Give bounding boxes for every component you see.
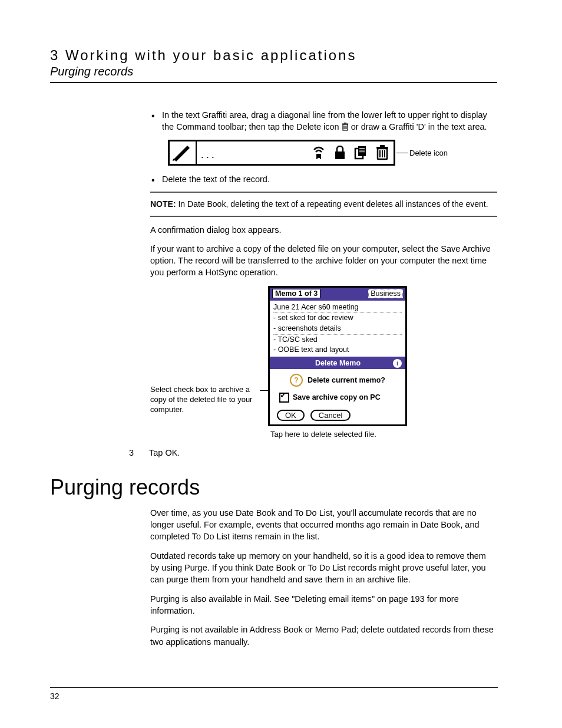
note-text: In Date Book, deleting the text of a rep… xyxy=(178,199,488,209)
body-content: In the text Graffiti area, drag a diagon… xyxy=(150,110,497,457)
svg-rect-4 xyxy=(342,123,348,124)
bullet-delete-text: Delete the text of the record. xyxy=(150,174,497,186)
svg-rect-12 xyxy=(359,150,365,150)
cancel-button[interactable]: Cancel xyxy=(310,410,351,421)
pen-icon xyxy=(170,141,197,164)
confirm-paragraph: A confirmation dialog box appears. xyxy=(150,224,497,236)
question-icon: ? xyxy=(290,374,303,387)
svg-rect-8 xyxy=(335,151,345,159)
purge-para-1: Over time, as you use Date Book and To D… xyxy=(150,507,497,543)
svg-rect-13 xyxy=(359,151,365,152)
purge-para-2: Outdated records take up memory on your … xyxy=(150,550,497,586)
page: 3 Working with your basic applications P… xyxy=(0,0,562,728)
page-number: 32 xyxy=(50,687,498,701)
note-rule-top xyxy=(150,192,497,193)
ok-callout: Tap here to delete selected file. xyxy=(270,430,497,439)
purging-body: Over time, as you use Date Book and To D… xyxy=(150,507,497,648)
section-heading: Purging records xyxy=(50,475,497,500)
step-text: Tap OK. xyxy=(149,448,180,457)
trash-icon xyxy=(375,145,390,160)
trash-icon xyxy=(342,123,349,134)
command-toolbar: • • • xyxy=(168,140,395,166)
memo-body: June 21 Acer s60 meeting - set sked for … xyxy=(270,299,405,357)
note-block: NOTE: In Date Book, deleting the text of… xyxy=(150,197,497,211)
checkbox-callout: Select check box to archive a copy of th… xyxy=(150,286,260,415)
memo-figure: Select check box to archive a copy of th… xyxy=(150,286,497,426)
step-number: 3 xyxy=(129,448,136,457)
delete-icon-callout: Delete icon xyxy=(409,149,448,157)
dialog-title-bar: Delete Memo i xyxy=(270,357,405,369)
ok-button[interactable]: OK xyxy=(277,410,305,421)
bullet-graffiti-delete: In the text Graffiti area, drag a diagon… xyxy=(150,110,497,134)
memo-line: June 21 Acer s60 meeting xyxy=(273,302,402,314)
section-subtitle: Purging records xyxy=(50,65,497,78)
memo-line: - OOBE text and layout xyxy=(273,345,402,355)
svg-rect-7 xyxy=(318,158,320,159)
purge-para-3: Purging is also available in Mail. See "… xyxy=(150,593,497,617)
note-label: NOTE: xyxy=(150,199,176,209)
header-rule xyxy=(50,82,497,83)
step-row: 3 Tap OK. xyxy=(129,448,497,457)
toolbar-ellipsis: • • • xyxy=(197,146,311,160)
dialog-body: ? Delete current memo? Save archive copy… xyxy=(270,369,405,424)
dialog-question: Delete current memo? xyxy=(308,376,385,384)
note-rule-bottom xyxy=(150,216,497,217)
svg-rect-11 xyxy=(359,148,365,149)
lock-icon xyxy=(332,145,348,160)
svg-rect-18 xyxy=(376,147,388,149)
callout-leader xyxy=(396,153,408,153)
callout-leader xyxy=(260,390,268,391)
checkbox-label: Save archive copy on PC xyxy=(293,393,381,401)
svg-rect-19 xyxy=(380,145,385,147)
memo-title: Memo 1 of 3 xyxy=(272,289,320,298)
dialog-title: Delete Memo xyxy=(315,359,361,367)
beam-icon xyxy=(311,145,326,160)
purge-para-4: Purging is not available in Address Book… xyxy=(150,624,497,648)
command-toolbar-figure: • • • Delete icon xyxy=(168,140,497,166)
memo-line: - TC/SC sked xyxy=(273,335,402,345)
palm-screen: Memo 1 of 3 Business June 21 Acer s60 me… xyxy=(268,286,407,426)
svg-rect-10 xyxy=(358,146,366,156)
info-icon[interactable]: i xyxy=(393,359,402,368)
save-archive-checkbox[interactable] xyxy=(279,393,289,403)
svg-rect-5 xyxy=(344,123,346,124)
chapter-title: 3 Working with your basic applications xyxy=(50,47,497,64)
memo-line: - screenshots details xyxy=(273,324,402,335)
memo-category[interactable]: Business xyxy=(368,289,403,298)
memo-line: - set sked for doc review xyxy=(273,313,402,324)
copy-icon xyxy=(353,145,369,160)
archive-paragraph: If your want to archive a copy of the de… xyxy=(150,243,497,279)
